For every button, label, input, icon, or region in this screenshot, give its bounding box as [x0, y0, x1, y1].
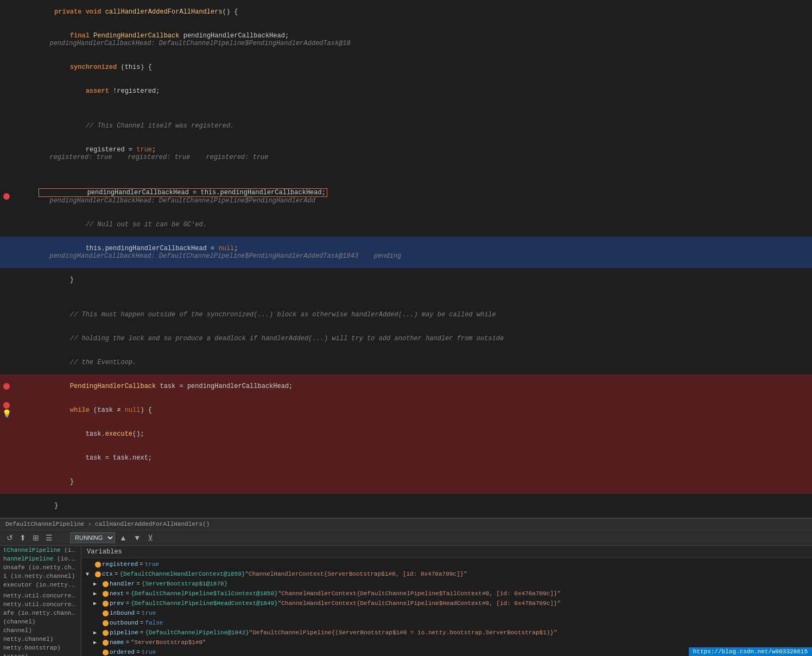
left-panel-item[interactable]: tstrap) [0, 652, 81, 656]
code-content: synchronized (this) { [13, 56, 812, 79]
toolbar-btn-step-out[interactable]: ⬆ [17, 532, 28, 543]
var-value: {ServerBootstrap$1@1870} [142, 581, 227, 587]
breakpoint-area: 💡 [0, 402, 13, 418]
left-panel-item[interactable]: netty.channel) [0, 635, 81, 644]
code-content [13, 105, 812, 112]
filter-btn[interactable]: ⊻ [145, 532, 155, 543]
left-panel-item[interactable]: afe (io.netty.channel) [0, 609, 81, 617]
code-line: task.execute(); [0, 422, 812, 446]
var-name: handler [110, 581, 135, 587]
breakpoint-area [0, 383, 13, 390]
code-content [13, 171, 812, 179]
code-line: final PendingHandlerCallback pendingHand… [0, 24, 812, 55]
code-line: this.pendingHandlerCallbackHead = null; … [0, 237, 812, 268]
var-eq: = [125, 600, 129, 607]
expand-icon: ▶ [93, 600, 101, 607]
code-line: } [0, 268, 812, 292]
var-icon [101, 620, 110, 626]
toolbar-btn-restart[interactable]: ↺ [4, 532, 15, 543]
left-panel-item[interactable]: (channel) [0, 617, 81, 626]
var-value: "ServerBootstrap$1#0" [131, 639, 206, 646]
var-value: {DefaultChannelPipeline$TailContext@1850… [131, 590, 278, 597]
var-icon [101, 591, 110, 597]
step-down-btn[interactable]: ▼ [131, 532, 143, 543]
var-value-inbound: true [142, 610, 156, 616]
left-panel: tChannelPipeline (io.netty.cha hannelPip… [0, 546, 81, 656]
var-value: {DefaultChannelPipeline@1842} [145, 629, 249, 636]
var-item[interactable]: ▶ next = {DefaultChannelPipeline$TailCon… [81, 589, 812, 598]
var-icon [101, 581, 110, 587]
var-name-inbound: inbound [110, 610, 135, 616]
code-line: synchronized (this) { [0, 55, 812, 79]
var-extra: "ChannelHandlerContext{ServerBootstrap$1… [245, 571, 467, 577]
expand-icon: ▶ [93, 590, 101, 597]
code-content: task.execute(); [13, 423, 812, 445]
code-content: // This Channel itself was registered. [13, 114, 812, 137]
code-line: // the EventLoop. [0, 351, 812, 374]
code-line: // Null out so it can be GC'ed. [0, 213, 812, 237]
code-content [13, 294, 812, 301]
var-item[interactable]: ▶ prev = {DefaultChannelPipeline$HeadCon… [81, 598, 812, 608]
var-extra: "ChannelHandlerContext{DefaultChannelPip… [278, 600, 561, 607]
code-content: pendingHandlerCallbackHead = this.pendin… [13, 181, 812, 212]
code-content: private void callHandlerAddedForAllHandl… [13, 1, 812, 23]
var-name: name [110, 639, 124, 646]
toolbar-btn-grid[interactable]: ⊞ [30, 532, 41, 543]
code-content: // holding the lock and so produce a dea… [13, 327, 812, 350]
code-content: task = task.next; [13, 447, 812, 469]
var-icon [101, 601, 110, 607]
left-panel-item[interactable]: netty.bootstrap) [0, 644, 81, 652]
toolbar-btn-lines[interactable]: ☰ [43, 532, 55, 543]
var-value: true [145, 561, 159, 568]
var-eq: = [140, 629, 144, 636]
debug-panels: tChannelPipeline (io.netty.cha hannelPip… [0, 546, 812, 656]
code-line: pendingHandlerCallbackHead = this.pendin… [0, 180, 812, 213]
var-item-outbound[interactable]: outbound = false [81, 618, 812, 628]
code-content: // the EventLoop. [13, 351, 812, 374]
var-name: registered [102, 561, 138, 568]
left-panel-item[interactable]: hannelPipeline (io.netty.channe [0, 555, 81, 563]
var-extra: "ChannelHandlerContext{DefaultChannelPip… [278, 590, 561, 597]
left-panel-item[interactable]: netty.util.concurrent) [0, 600, 81, 609]
var-name: prev [110, 600, 124, 607]
left-panel-item[interactable]: executor (io.netty.util.concurren [0, 581, 81, 589]
breakpoint-area [0, 193, 13, 200]
status-select[interactable]: RUNNING PAUSED STOPPED [70, 532, 115, 543]
left-panel-item[interactable]: Unsafe (io.netty.channel) [0, 563, 81, 572]
code-line: } [0, 494, 812, 518]
var-item[interactable]: registered = true [81, 559, 812, 569]
breadcrumb: DefaultChannelPipeline › callHandlerAdde… [0, 518, 812, 530]
code-content: // Null out so it can be GC'ed. [13, 213, 812, 236]
var-item[interactable]: ▶ pipeline = {DefaultChannelPipeline@184… [81, 628, 812, 638]
left-panel-item[interactable]: 1 (io.netty.channel) [0, 572, 81, 581]
expand-icon: ▶ [93, 629, 101, 636]
left-panel-item[interactable]: tChannelPipeline (io.netty.cha [0, 546, 81, 555]
var-name: ordered [110, 649, 135, 655]
code-line: // This must happen outside of the synch… [0, 303, 812, 327]
var-item[interactable]: ▶ handler = {ServerBootstrap$1@1870} [81, 579, 812, 589]
var-item-inbound[interactable]: inbound = true [81, 608, 812, 618]
code-line [0, 292, 812, 303]
var-icon [101, 610, 110, 616]
url-bar: https://blog.csdn.net/w903328615 [689, 647, 812, 656]
var-eq: = [136, 581, 140, 587]
arrow-indicator: 💡 [2, 409, 11, 418]
step-up-btn[interactable]: ▲ [117, 532, 129, 543]
breakpoint-dot [3, 193, 10, 200]
var-eq: = [136, 649, 140, 655]
code-content: final PendingHandlerCallback pendingHand… [13, 24, 812, 55]
debug-toolbar: ↺ ⬆ ⊞ ☰ RUNNING PAUSED STOPPED ▲ ▼ ⊻ [0, 530, 812, 546]
code-line: private void callHandlerAddedForAllHandl… [0, 0, 812, 24]
var-item[interactable]: ▶ name = "ServerBootstrap$1#0" [81, 638, 812, 647]
code-content: } [13, 494, 812, 517]
var-icon [93, 562, 102, 568]
var-value: {DefaultChannelHandlerContext@1859} [119, 571, 245, 577]
var-value-outbound: false [145, 620, 163, 626]
code-line: registered = true; registered: true regi… [0, 138, 812, 169]
var-name: pipeline [110, 629, 138, 636]
var-item[interactable]: ▼ ctx = {DefaultChannelHandlerContext@18… [81, 569, 812, 579]
code-content: } [13, 470, 812, 493]
left-panel-item[interactable]: channel) [0, 626, 81, 635]
left-panel-item[interactable]: netty.util.concurrent) [0, 591, 81, 600]
code-line: } [0, 470, 812, 494]
